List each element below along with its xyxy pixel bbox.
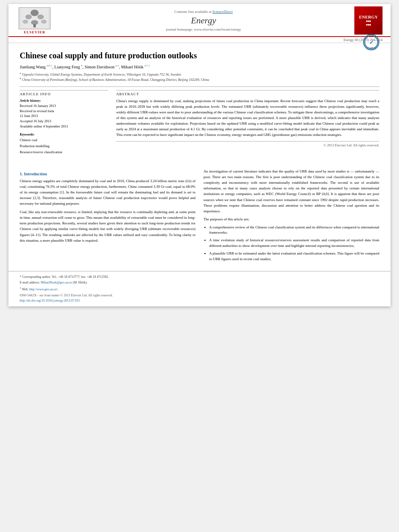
body-left-para1: Chinese energy supplies are completely d… [20,178,195,207]
crossmark-icon: ✓ CrossMark [363,34,379,50]
svg-point-6 [41,20,47,24]
doi-line: http://dx.doi.org/10.1016/j.energy.2013.… [20,299,379,302]
keyword-1: Chinese coal [20,137,108,143]
journal-name: Energy [61,15,346,26]
body-left-para2: Coal, like any non-renewable resource, i… [20,209,195,243]
article-info-panel: ARTICLE INFO Article history: Received 1… [20,90,108,159]
email-person: (M. Höök). [73,281,87,284]
abstract-text: China's energy supply is dominated by co… [116,99,379,138]
crossmark[interactable]: ✓ CrossMark [363,34,379,50]
keywords-label: Keywords: [20,132,108,136]
article-page: ELSEVIER Contents lists available at Sci… [8,4,391,306]
elsevier-tree-logo [19,7,51,29]
copyright-line: © 2013 Elsevier Ltd. All rights reserved… [116,141,379,147]
bullet-2: A time evolution study of historical res… [209,238,379,249]
purposes-list: A comprehensive review of the Chinese co… [209,225,379,263]
affiliation-b: b China University of Petroleum (Beijing… [20,77,379,82]
revised-date: 12 June 2013 [20,113,108,119]
affiliations: a Uppsala University, Global Energy Syst… [20,72,379,82]
article-info-label: ARTICLE INFO [20,90,108,96]
article-header: ✓ CrossMark Chinese coal supply and futu… [8,43,391,164]
svg-rect-7 [33,24,36,27]
elsevier-logo: ELSEVIER [16,7,53,34]
body-right-para1: An investigation of current literature i… [204,168,379,214]
svg-point-2 [25,14,32,19]
body-two-col: 1. Introduction Chinese energy supplies … [20,168,379,265]
energy-badge-logo: ENERGY ■■■ ■■■ [354,6,383,35]
bullet-1: A comprehensive review of the Chinese co… [209,225,379,236]
divider-1 [20,86,379,87]
email-label: E-mail address: [20,281,41,284]
svg-point-4 [23,20,28,24]
keyword-3: Resource/reserve classification [20,149,108,155]
available-date: Available online 4 September 2013 [20,124,108,129]
email-footnote: E-mail address: MikaelHook@geo.uu.se (M.… [20,280,379,285]
accepted-date: Accepted 16 July 2013 [20,119,108,124]
svg-text:CrossMark: CrossMark [367,47,376,49]
web-footnote: 1 Web: http://www.geo.uu.se/. [20,286,379,292]
doi-link[interactable]: http://dx.doi.org/10.1016/j.energy.2013.… [20,299,80,302]
email-link[interactable]: MikaelHook@geo.uu.se [41,281,72,284]
affiliation-a: a Uppsala University, Global Energy Syst… [20,72,379,77]
authors-line: Jianliang Wang a,b,1, Lianyong Feng b, S… [20,64,379,69]
article-history-group: Article history: Received 16 January 201… [20,99,108,129]
abstract-label: ABSTRACT [116,90,379,96]
issn-line: 0360-5442/$ – see front matter © 2013 El… [20,294,379,297]
article-footer: * Corresponding author. Tel.: +46 18 471… [8,271,391,306]
journal-homepage: journal homepage: www.elsevier.com/locat… [61,27,346,31]
section1-heading: 1. Introduction [20,172,195,176]
keywords-group: Keywords: Chinese coal Production modell… [20,132,108,156]
body-col-left: 1. Introduction Chinese energy supplies … [20,168,195,265]
svg-point-1 [31,10,39,16]
history-label: Article history: [20,99,108,103]
revised-text: Received in revised form [20,109,108,114]
bullet-3: A plausible URR to be estimated under th… [209,251,379,262]
sciencedirect-text: Contents lists available at ScienceDirec… [61,10,346,14]
elsevier-text: ELSEVIER [24,30,45,34]
web-link[interactable]: http://www.geo.uu.se/ [29,288,58,291]
keywords-list: Chinese coal Production modelling Resour… [20,137,108,156]
body-right-para2: The purposes of this article are; [204,216,379,222]
article-meta-row: ARTICLE INFO Article history: Received 1… [20,90,379,159]
corresponding-footnote: * Corresponding author. Tel.: +46 18 471… [20,275,379,279]
received-date: Received 16 January 2013 [20,103,108,109]
journal-center: Contents lists available at ScienceDirec… [53,10,354,31]
abstract-panel: ABSTRACT China's energy supply is domina… [116,90,379,159]
main-body: 1. Introduction Chinese energy supplies … [8,164,391,271]
sciencedirect-link[interactable]: ScienceDirect [212,10,232,14]
journal-info-bar: Energy 60 (2013) 204–214 [8,37,391,43]
keyword-2: Production modelling [20,143,108,149]
body-col-right: An investigation of current literature i… [204,168,379,265]
svg-point-3 [37,14,44,19]
journal-header: ELSEVIER Contents lists available at Sci… [8,4,391,37]
article-title: Chinese coal supply and future productio… [20,50,379,61]
